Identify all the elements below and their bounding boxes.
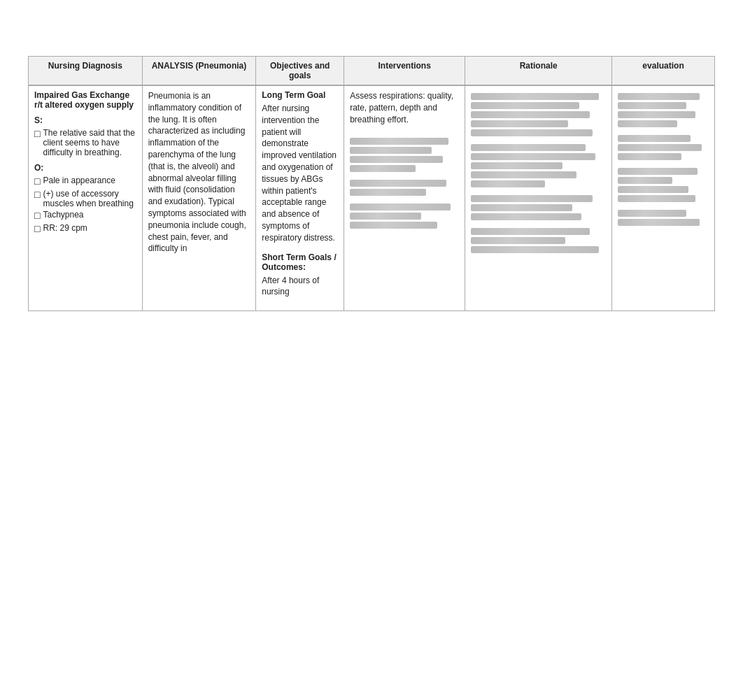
diagnosis-title: Impaired Gas Exchange r/t altered oxygen… (34, 90, 136, 110)
subjective-text-1: The relative said that the client seems … (43, 128, 136, 157)
objectives-cell: Long Term Goal After nursing interventio… (256, 85, 344, 311)
subjective-item-1: □ The relative said that the client seem… (34, 128, 136, 157)
blurred-evaluation-1 (618, 90, 709, 132)
short-term-goal-section: Short Term Goals / Outcomes: After 4 hou… (262, 252, 338, 299)
subjective-label: S: (34, 115, 136, 125)
objective-text-3: Tachypnea (43, 210, 83, 220)
header-interventions: Interventions (344, 57, 465, 86)
evaluation-cell (612, 85, 715, 311)
objective-item-1: □ Pale in appearance (34, 176, 136, 187)
interventions-cell: Assess respirations: quality, rate, patt… (344, 85, 465, 311)
header-evaluation: evaluation (612, 57, 715, 86)
short-term-goal-text: After 4 hours of nursing (262, 275, 338, 299)
blurred-interventions-2 (350, 177, 459, 201)
bullet-icon-3: □ (34, 189, 40, 201)
long-term-goal-title: Long Term Goal (262, 90, 338, 100)
objective-item-2: □ (+) use of accessory muscles when brea… (34, 189, 136, 208)
analysis-text: Pneumonia is an inflammatory condition o… (148, 90, 250, 255)
diagnosis-cell: Impaired Gas Exchange r/t altered oxygen… (29, 85, 143, 311)
long-term-goal-text: After nursing intervention the patient w… (262, 103, 338, 244)
interventions-text-1: Assess respirations: quality, rate, patt… (350, 90, 459, 125)
header-diagnosis: Nursing Diagnosis (29, 57, 143, 86)
objective-item-3: □ Tachypnea (34, 210, 136, 222)
objective-text-1: Pale in appearance (43, 176, 115, 185)
objective-text-4: RR: 29 cpm (43, 223, 87, 233)
bullet-icon-2: □ (34, 176, 40, 187)
page-wrapper: Nursing Diagnosis ANALYSIS (Pneumonia) O… (0, 0, 743, 339)
bullet-icon-4: □ (34, 210, 40, 222)
bullet-icon-5: □ (34, 223, 40, 235)
blurred-rationale-4 (471, 225, 606, 258)
rationale-cell (465, 85, 612, 311)
long-term-goal-section: Long Term Goal After nursing interventio… (262, 90, 338, 244)
blurred-rationale-2 (471, 141, 606, 192)
analysis-cell: Pneumonia is an inflammatory condition o… (142, 85, 256, 311)
objective-label: O: (34, 163, 136, 173)
blurred-interventions-1 (350, 135, 459, 177)
header-objectives: Objectives and goals (256, 57, 344, 86)
blurred-interventions-3 (350, 201, 459, 234)
short-term-goal-title: Short Term Goals / Outcomes: (262, 252, 338, 272)
nursing-table: Nursing Diagnosis ANALYSIS (Pneumonia) O… (28, 56, 715, 311)
blurred-evaluation-3 (618, 165, 709, 207)
bullet-icon-1: □ (34, 128, 40, 140)
header-analysis: ANALYSIS (Pneumonia) (142, 57, 256, 86)
blurred-evaluation-4 (618, 207, 709, 231)
objective-text-2: (+) use of accessory muscles when breath… (43, 189, 136, 208)
blurred-rationale-1 (471, 90, 606, 141)
blurred-rationale-3 (471, 192, 606, 225)
blurred-evaluation-2 (618, 132, 709, 165)
header-rationale: Rationale (465, 57, 612, 86)
objective-item-4: □ RR: 29 cpm (34, 223, 136, 235)
